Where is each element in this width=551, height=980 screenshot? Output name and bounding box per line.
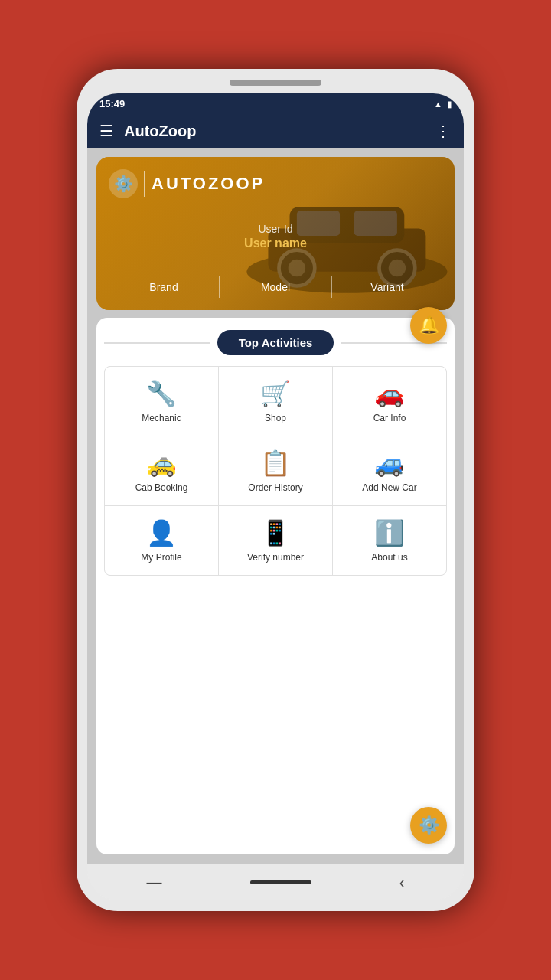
- activities-card: 🔔 Top Activities 🔧Mechanic🛒Shop🚗Car Info…: [96, 318, 455, 854]
- verify-number-label: Verify number: [247, 552, 304, 563]
- order-history-label: Order History: [248, 482, 302, 493]
- shop-label: Shop: [265, 413, 286, 423]
- phone-notch: [230, 80, 321, 86]
- mechanic-icon: 🔧: [146, 379, 177, 408]
- card-model: Model: [220, 281, 331, 293]
- bottom-nav: — ‹: [87, 864, 464, 900]
- about-us-icon: ℹ️: [374, 518, 405, 547]
- card-car-info: Brand Model Variant: [109, 276, 442, 298]
- bottom-nav-home[interactable]: [250, 880, 311, 884]
- battery-icon: [447, 98, 452, 109]
- top-bar: ☰ AutoZoop ⋮: [87, 114, 464, 148]
- user-card: ⚙️ AUTOZOOP User Id User name Brand Mode…: [96, 157, 455, 310]
- grid-item-shop[interactable]: 🛒Shop: [219, 367, 332, 436]
- cab-booking-icon: 🚕: [146, 449, 177, 478]
- bell-icon: 🔔: [419, 315, 439, 335]
- phone-screen: 15:49 ☰ AutoZoop ⋮: [87, 93, 464, 900]
- header-line-left: [104, 342, 210, 344]
- card-brand-name: AUTOZOOP: [152, 174, 265, 194]
- activities-grid: 🔧Mechanic🛒Shop🚗Car Info🚕Cab Booking📋Orde…: [104, 366, 447, 576]
- activities-title: Top Activities: [217, 330, 334, 355]
- settings-icon: ⚙️: [419, 815, 439, 835]
- main-content: ⚙️ AUTOZOOP User Id User name Brand Mode…: [87, 148, 464, 864]
- svg-point-6: [289, 260, 305, 276]
- mechanic-label: Mechanic: [142, 413, 181, 423]
- add-new-car-label: Add New Car: [362, 482, 416, 493]
- shop-icon: 🛒: [260, 379, 291, 408]
- bottom-nav-minus[interactable]: —: [147, 874, 162, 891]
- grid-item-verify-number[interactable]: 📱Verify number: [219, 506, 332, 575]
- settings-fab-button[interactable]: ⚙️: [410, 807, 447, 844]
- status-time: 15:49: [99, 98, 125, 109]
- card-brand: Brand: [109, 281, 219, 293]
- card-user-name: User name: [109, 237, 442, 250]
- grid-item-mechanic[interactable]: 🔧Mechanic: [105, 367, 218, 436]
- card-user-id: User Id: [109, 223, 442, 235]
- car-info-icon: 🚗: [374, 379, 405, 408]
- card-variant: Variant: [332, 281, 442, 293]
- status-icons: [434, 98, 452, 109]
- activities-header: Top Activities: [104, 330, 447, 355]
- bell-fab-button[interactable]: 🔔: [410, 307, 447, 344]
- grid-item-car-info[interactable]: 🚗Car Info: [333, 367, 446, 436]
- wifi-icon: [434, 98, 442, 109]
- add-new-car-icon: 🚙: [374, 449, 405, 478]
- car-info-label: Car Info: [373, 413, 406, 423]
- bottom-nav-back[interactable]: ‹: [399, 874, 405, 891]
- svg-point-8: [389, 260, 406, 276]
- order-history-icon: 📋: [260, 449, 291, 478]
- status-bar: 15:49: [87, 93, 464, 114]
- about-us-label: About us: [371, 552, 407, 563]
- card-logo-divider: [144, 171, 145, 197]
- card-user-info: User Id User name: [109, 223, 442, 250]
- app-title: AutoZoop: [124, 122, 425, 140]
- grid-item-add-new-car[interactable]: 🚙Add New Car: [333, 436, 446, 505]
- grid-item-order-history[interactable]: 📋Order History: [219, 436, 332, 505]
- my-profile-icon: 👤: [146, 518, 177, 547]
- grid-item-cab-booking[interactable]: 🚕Cab Booking: [105, 436, 218, 505]
- my-profile-label: My Profile: [141, 552, 181, 563]
- phone-frame: 15:49 ☰ AutoZoop ⋮: [77, 69, 474, 911]
- grid-item-about-us[interactable]: ℹ️About us: [333, 506, 446, 575]
- verify-number-icon: 📱: [260, 518, 291, 547]
- card-gear-icon: ⚙️: [109, 169, 138, 198]
- hamburger-icon[interactable]: ☰: [99, 122, 113, 140]
- more-icon[interactable]: ⋮: [435, 122, 452, 140]
- grid-item-my-profile[interactable]: 👤My Profile: [105, 506, 218, 575]
- card-logo-row: ⚙️ AUTOZOOP: [109, 169, 442, 198]
- cab-booking-label: Cab Booking: [135, 482, 188, 493]
